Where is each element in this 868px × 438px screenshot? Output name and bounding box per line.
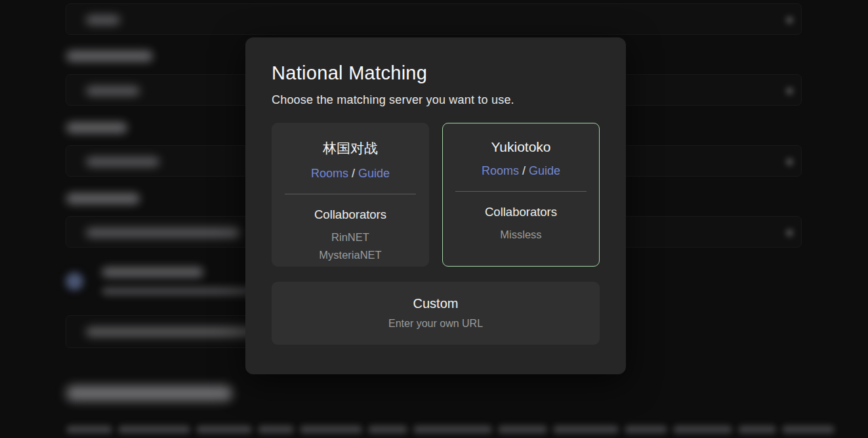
- custom-title: Custom: [272, 296, 600, 311]
- server-links: Rooms / Guide: [443, 164, 599, 178]
- collaborator-name: RinNET: [272, 229, 428, 246]
- server-options: 林国对战 Rooms / Guide Collaborators RinNET …: [272, 123, 600, 267]
- guide-link[interactable]: Guide: [358, 167, 390, 180]
- server-name: Yukiotoko: [443, 139, 599, 155]
- server-links: Rooms / Guide: [272, 167, 428, 181]
- server-card-yukiotoko[interactable]: Yukiotoko Rooms / Guide Collaborators Mi…: [442, 123, 600, 267]
- link-separator: /: [522, 164, 529, 177]
- divider: [455, 191, 587, 192]
- collaborators-title: Collaborators: [272, 208, 428, 222]
- national-matching-dialog: National Matching Choose the matching se…: [245, 37, 626, 374]
- collaborator-name: Missless: [443, 226, 599, 244]
- rooms-link[interactable]: Rooms: [311, 167, 348, 180]
- guide-link[interactable]: Guide: [529, 164, 560, 177]
- divider: [285, 194, 416, 194]
- collaborators-title: Collaborators: [443, 205, 599, 219]
- server-name: 林国对战: [272, 139, 428, 158]
- custom-subtitle: Enter your own URL: [272, 318, 600, 330]
- rooms-link[interactable]: Rooms: [482, 164, 519, 177]
- custom-server-card[interactable]: Custom Enter your own URL: [272, 282, 600, 345]
- link-separator: /: [352, 167, 358, 180]
- collaborator-name: MysteriaNET: [272, 246, 428, 264]
- dialog-title: National Matching: [272, 62, 600, 84]
- server-card-linguoduizhan[interactable]: 林国对战 Rooms / Guide Collaborators RinNET …: [272, 123, 429, 267]
- dialog-subtitle: Choose the matching server you want to u…: [272, 93, 600, 107]
